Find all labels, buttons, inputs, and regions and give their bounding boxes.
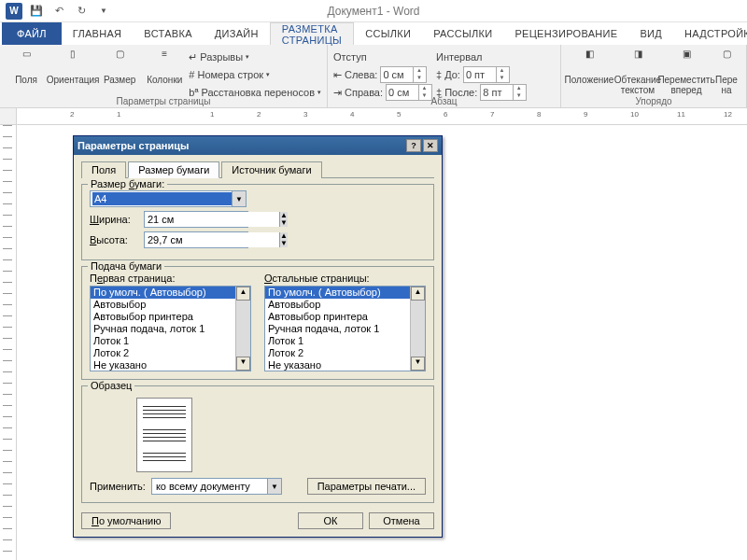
spacing-before-input[interactable]: 0 пт▲▼: [463, 66, 510, 83]
list-item[interactable]: Ручная подача, лоток 1: [265, 323, 425, 335]
dialog-tab-margins[interactable]: Поля: [81, 161, 126, 178]
list-item[interactable]: Лоток 1: [91, 335, 250, 347]
paper-feed-fieldset: Подача бумаги Первая страница: По умолч.…: [81, 266, 434, 380]
position-label: Положение: [565, 75, 614, 85]
width-label: Ширина:: [90, 214, 138, 225]
group-arrange: ◧Положение ◨Обтекание текстом ▣Перемести…: [561, 45, 747, 107]
list-item[interactable]: Автовыбор: [91, 299, 250, 311]
group-paragraph-label: Абзац: [328, 96, 560, 106]
group-page-setup: ▭Поля ▯Ориентация ▢Размер ≡Колонки ↵Разр…: [0, 45, 328, 107]
indent-left-input[interactable]: 0 см▲▼: [380, 66, 427, 83]
list-item[interactable]: По умолч. ( Автовыбор): [265, 287, 425, 299]
tab-insert[interactable]: ВСТАВКА: [133, 22, 203, 45]
wrap-icon: ◨: [625, 49, 651, 73]
tab-mailings[interactable]: РАССЫЛКИ: [422, 22, 503, 45]
dialog-titlebar[interactable]: Параметры страницы ? ✕: [74, 136, 442, 155]
page-setup-dialog: Параметры страницы ? ✕ Поля Размер бумаг…: [73, 135, 443, 538]
tab-home[interactable]: ГЛАВНАЯ: [62, 22, 134, 45]
group-page-setup-label: Параметры страницы: [0, 96, 327, 106]
paper-size-legend: Размер бумаги:: [91, 178, 164, 189]
apply-to-label: Применить:: [90, 481, 146, 492]
ribbon-tabs: ФАЙЛ ГЛАВНАЯ ВСТАВКА ДИЗАЙН РАЗМЕТКА СТР…: [0, 22, 747, 45]
breaks-button[interactable]: ↵Разрывы▾: [189, 49, 321, 65]
group-arrange-label: Упорядо: [561, 96, 746, 106]
columns-icon: ≡: [151, 49, 177, 73]
size-icon: ▢: [106, 49, 133, 73]
list-item[interactable]: Автовыбор принтера: [265, 311, 425, 323]
indent-left-value: 0 см: [383, 69, 403, 80]
width-input[interactable]: ▲▼: [144, 211, 248, 228]
horizontal-ruler[interactable]: 21123456789101112: [17, 108, 747, 125]
spacing-before-label: До:: [444, 69, 460, 80]
list-item[interactable]: Автовыбор принтера: [91, 311, 250, 323]
line-numbers-button[interactable]: #Номера строк▾: [189, 66, 321, 83]
ribbon: ▭Поля ▯Ориентация ▢Размер ≡Колонки ↵Разр…: [0, 45, 747, 108]
position-icon: ◧: [576, 49, 602, 73]
group-paragraph: Отступ ⇤Слева:0 см▲▼ ⇥Справа:0 см▲▼ Инте…: [328, 45, 561, 107]
tab-review[interactable]: РЕЦЕНЗИРОВАНИЕ: [503, 22, 628, 45]
cancel-button[interactable]: Отмена: [369, 512, 434, 529]
list-item[interactable]: Лоток 2: [265, 347, 425, 359]
width-value[interactable]: [145, 212, 279, 227]
tab-design[interactable]: ДИЗАЙН: [204, 22, 270, 45]
ok-button[interactable]: ОК: [298, 512, 363, 529]
height-value[interactable]: [145, 232, 279, 247]
back-icon: ▢: [713, 49, 740, 73]
other-pages-listbox[interactable]: По умолч. ( Автовыбор)АвтовыборАвтовыбор…: [264, 286, 426, 371]
height-input[interactable]: ▲▼: [144, 231, 248, 248]
margins-icon: ▭: [13, 49, 39, 73]
page-preview: [136, 398, 192, 472]
tab-view[interactable]: ВИД: [628, 22, 673, 45]
save-icon[interactable]: 💾: [26, 2, 47, 21]
print-options-button[interactable]: Параметры печати...: [307, 478, 426, 495]
first-page-label: Первая страница:: [90, 273, 251, 284]
forward-label: Переместить вперед: [657, 75, 714, 95]
indent-left-label: Слева:: [345, 69, 377, 80]
back-label: Пере на: [712, 75, 740, 95]
ruler-corner: [0, 108, 17, 125]
tab-addins[interactable]: НАДСТРОЙКИ: [673, 22, 747, 45]
list-item[interactable]: Не указано: [265, 359, 425, 371]
vertical-ruler[interactable]: [0, 125, 17, 560]
default-button[interactable]: По умолчанию: [81, 512, 171, 529]
paper-size-fieldset: Размер бумаги: A4 ▼ Ширина: ▲▼ Высота: ▲…: [81, 184, 434, 260]
line-numbers-label: Номера строк: [197, 69, 263, 80]
tab-file[interactable]: ФАЙЛ: [2, 22, 62, 45]
paper-feed-legend: Подача бумаги: [88, 260, 164, 272]
apply-to-combo[interactable]: ко всему документу ▼: [151, 478, 282, 495]
indent-left-icon: ⇤: [333, 69, 342, 81]
orientation-icon: ▯: [60, 49, 86, 73]
qat-dropdown-icon[interactable]: ▼: [93, 2, 114, 21]
close-icon[interactable]: ✕: [423, 139, 438, 152]
document-title: Документ1 - Word: [327, 5, 419, 18]
list-item[interactable]: Автовыбор: [265, 299, 425, 311]
redo-icon[interactable]: ↻: [71, 2, 92, 21]
tab-page-layout[interactable]: РАЗМЕТКА СТРАНИЦЫ: [270, 22, 354, 45]
list-item[interactable]: Не указано: [91, 359, 250, 371]
help-icon[interactable]: ?: [406, 139, 421, 152]
apply-to-value: ко всему документу: [154, 481, 250, 492]
preview-fieldset: Образец Применить: ко всему документу ▼ …: [81, 385, 434, 503]
dialog-tabs: Поля Размер бумаги Источник бумаги: [81, 161, 434, 178]
list-item[interactable]: По умолч. ( Автовыбор): [91, 287, 250, 299]
tab-references[interactable]: ССЫЛКИ: [354, 22, 422, 45]
first-page-listbox[interactable]: По умолч. ( Автовыбор)АвтовыборАвтовыбор…: [90, 286, 251, 371]
margins-label: Поля: [15, 75, 37, 85]
undo-icon[interactable]: ↶: [49, 2, 69, 21]
list-item[interactable]: Лоток 2: [91, 347, 250, 359]
list-item[interactable]: Ручная подача, лоток 1: [91, 323, 250, 335]
dialog-tab-source[interactable]: Источник бумаги: [221, 161, 321, 178]
spacing-header: Интервал: [436, 49, 527, 65]
chevron-down-icon: ▼: [267, 479, 281, 494]
titlebar: W 💾 ↶ ↻ ▼ Документ1 - Word: [0, 0, 747, 22]
other-pages-label: Остальные страницы:: [264, 273, 426, 284]
list-item[interactable]: Лоток 1: [265, 335, 425, 347]
indent-header: Отступ: [333, 49, 432, 65]
paper-size-combo[interactable]: A4 ▼: [90, 190, 247, 207]
size-label: Размер: [104, 75, 135, 85]
spacing-before-icon: ‡: [436, 69, 442, 80]
dialog-title: Параметры страницы: [78, 140, 189, 151]
breaks-label: Разрывы: [200, 51, 243, 63]
dialog-tab-paper[interactable]: Размер бумаги: [128, 161, 219, 178]
wrap-label: Обтекание текстом: [614, 75, 661, 95]
